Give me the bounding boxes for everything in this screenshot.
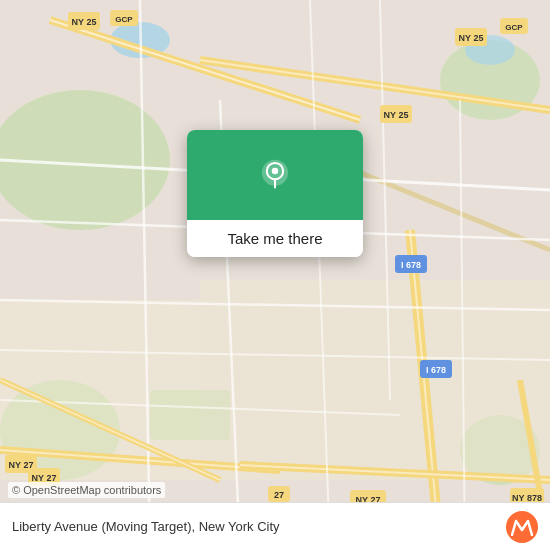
location-label: Liberty Avenue (Moving Target), New York… <box>12 519 506 534</box>
svg-text:I 678: I 678 <box>426 365 446 375</box>
tooltip-green-area <box>187 130 363 220</box>
svg-text:I 678: I 678 <box>401 260 421 270</box>
moovit-logo <box>506 511 538 543</box>
moovit-icon <box>506 511 538 543</box>
svg-text:NY 25: NY 25 <box>72 17 97 27</box>
svg-text:NY 25: NY 25 <box>384 110 409 120</box>
map-container: NY 25 NY 25 GCP GCP NY 25 I 678 I 678 NY… <box>0 0 550 550</box>
location-pin-icon <box>257 158 293 194</box>
svg-text:GCP: GCP <box>115 15 133 24</box>
svg-text:27: 27 <box>274 490 284 500</box>
map-attribution: © OpenStreetMap contributors <box>8 482 165 498</box>
svg-text:NY 27: NY 27 <box>9 460 34 470</box>
svg-text:GCP: GCP <box>505 23 523 32</box>
svg-point-60 <box>272 168 279 175</box>
bottom-bar: Liberty Avenue (Moving Target), New York… <box>0 502 550 550</box>
tooltip-card: Take me there <box>187 130 363 257</box>
map-background: NY 25 NY 25 GCP GCP NY 25 I 678 I 678 NY… <box>0 0 550 550</box>
take-me-there-button[interactable]: Take me there <box>187 220 363 257</box>
svg-text:NY 25: NY 25 <box>459 33 484 43</box>
